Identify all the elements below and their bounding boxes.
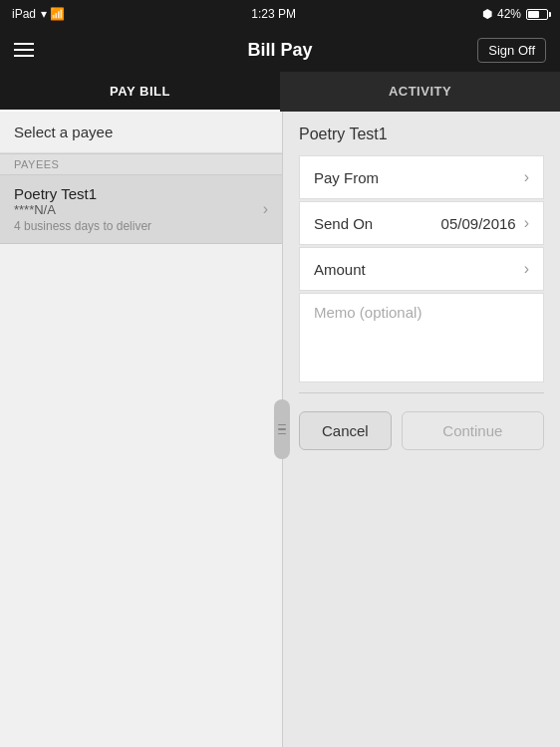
action-buttons: Cancel Continue — [299, 411, 544, 450]
memo-placeholder: Memo (optional) — [314, 304, 421, 321]
continue-button[interactable]: Continue — [402, 411, 544, 450]
selected-payee-title: Poetry Test1 — [299, 125, 544, 143]
battery-icon — [526, 9, 548, 20]
status-left: iPad ▾ 📶 — [12, 7, 65, 21]
tabs-bar: PAY BILL ACTIVITY — [0, 72, 560, 112]
pay-from-chevron-icon: › — [524, 168, 529, 186]
send-on-value: 05/09/2016 — [441, 215, 516, 232]
scroll-handle[interactable] — [274, 399, 290, 459]
payee-chevron-icon: › — [263, 200, 268, 218]
separator — [299, 392, 544, 393]
main-layout: Select a payee PAYEES Poetry Test1 ****N… — [0, 112, 560, 747]
pay-from-label: Pay From — [314, 169, 379, 186]
pay-from-right: › — [516, 168, 529, 186]
amount-right: › — [516, 260, 529, 278]
tab-activity[interactable]: ACTIVITY — [280, 72, 560, 112]
send-on-row[interactable]: Send On 05/09/2016 › — [299, 201, 544, 245]
left-panel: Select a payee PAYEES Poetry Test1 ****N… — [0, 112, 283, 747]
send-on-right: 05/09/2016 › — [441, 214, 529, 232]
cancel-button[interactable]: Cancel — [299, 411, 392, 450]
battery-percent: 42% — [497, 7, 521, 21]
time-label: 1:23 PM — [251, 7, 296, 21]
amount-chevron-icon: › — [524, 260, 529, 278]
memo-field[interactable]: Memo (optional) — [299, 293, 544, 382]
right-panel: Poetry Test1 Pay From › Send On 05/09/20… — [283, 112, 560, 747]
payee-name: Poetry Test1 — [14, 185, 151, 202]
carrier-label: iPad — [12, 7, 36, 21]
pay-from-row[interactable]: Pay From › — [299, 155, 544, 199]
send-on-chevron-icon: › — [524, 214, 529, 232]
select-payee-header: Select a payee — [0, 112, 282, 153]
amount-label: Amount — [314, 261, 366, 278]
payee-list-item[interactable]: Poetry Test1 ****N/A 4 business days to … — [0, 175, 282, 244]
bluetooth-icon: ⬢ — [482, 7, 492, 21]
wifi-icon: ▾ 📶 — [41, 7, 65, 21]
menu-icon[interactable] — [14, 43, 34, 57]
payee-delivery: 4 business days to deliver — [14, 219, 151, 233]
send-on-label: Send On — [314, 215, 373, 232]
status-right: ⬢ 42% — [482, 7, 548, 21]
amount-row[interactable]: Amount › — [299, 247, 544, 291]
nav-bar: Bill Pay Sign Off — [0, 28, 560, 72]
sign-off-button[interactable]: Sign Off — [477, 38, 546, 63]
payees-section-label: PAYEES — [0, 153, 282, 175]
status-bar: iPad ▾ 📶 1:23 PM ⬢ 42% — [0, 0, 560, 28]
payee-info: Poetry Test1 ****N/A 4 business days to … — [14, 185, 151, 233]
nav-title: Bill Pay — [247, 40, 312, 61]
tab-pay-bill[interactable]: PAY BILL — [0, 72, 280, 112]
payee-account: ****N/A — [14, 202, 151, 217]
